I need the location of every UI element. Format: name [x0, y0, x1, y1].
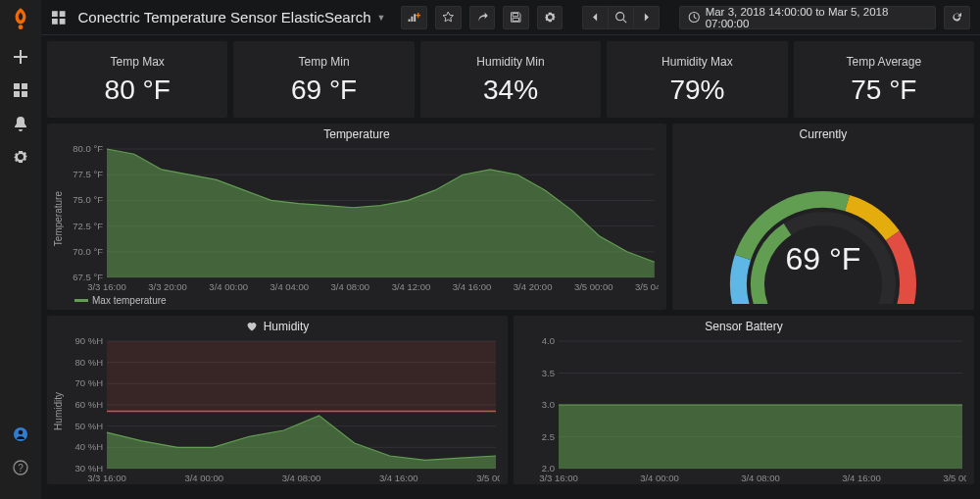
panel-title: Currently [800, 124, 848, 143]
svg-rect-2 [22, 83, 27, 89]
svg-text:3/3 16:00: 3/3 16:00 [87, 281, 126, 292]
svg-text:70.0 °F: 70.0 °F [73, 246, 103, 257]
side-nav: ? [0, 0, 41, 499]
svg-rect-11 [52, 18, 58, 24]
stat-humidity-min[interactable]: Humidity Min 34% [420, 41, 601, 118]
svg-text:3/4 16:00: 3/4 16:00 [842, 473, 881, 483]
svg-text:3/4 00:00: 3/4 00:00 [184, 473, 223, 483]
share-button[interactable] [469, 6, 496, 29]
svg-text:3/4 04:00: 3/4 04:00 [270, 281, 309, 292]
svg-rect-3 [14, 91, 20, 97]
svg-text:3/4 12:00: 3/4 12:00 [392, 281, 431, 292]
svg-rect-4 [22, 91, 27, 97]
svg-text:60 %H: 60 %H [74, 399, 103, 410]
temperature-panel[interactable]: Temperature Temperature 80.0 °F77.5 °F75… [47, 124, 666, 310]
stat-value: 79% [669, 75, 724, 106]
stat-value: 75 °F [851, 75, 916, 106]
svg-text:3.0: 3.0 [542, 399, 555, 410]
stat-label: Temp Average [847, 55, 922, 69]
legend-swatch [74, 299, 88, 302]
svg-point-13 [616, 13, 624, 21]
svg-text:3/4 16:00: 3/4 16:00 [379, 473, 418, 483]
settings-button[interactable] [537, 6, 564, 29]
add-icon[interactable] [13, 49, 28, 65]
y-axis-label: Humidity [51, 392, 66, 430]
star-button[interactable] [435, 6, 462, 29]
stat-temp-average[interactable]: Temp Average 75 °F [794, 41, 974, 118]
time-forward-button[interactable] [633, 6, 660, 29]
svg-point-0 [19, 25, 24, 29]
stat-value: 69 °F [291, 75, 357, 106]
panel-title: Humidity [47, 316, 508, 335]
chart-legend: Max temperature [47, 293, 666, 310]
temperature-chart: 80.0 °F77.5 °F75.0 °F72.5 °F70.0 °F67.5 … [66, 145, 659, 293]
svg-text:3/4 00:00: 3/4 00:00 [209, 281, 248, 292]
humidity-panel[interactable]: Humidity Humidity 90 %H80 %H70 %H60 %H50… [47, 316, 508, 484]
zoom-out-button[interactable] [608, 6, 633, 29]
panel-title: Temperature [47, 124, 666, 143]
svg-text:90 %H: 90 %H [74, 337, 103, 346]
svg-rect-10 [60, 11, 66, 17]
stat-temp-max[interactable]: Temp Max 80 °F [47, 41, 227, 118]
svg-text:72.5 °F: 72.5 °F [73, 221, 103, 231]
svg-text:80 %H: 80 %H [74, 357, 103, 368]
svg-text:3/4 00:00: 3/4 00:00 [640, 473, 679, 483]
svg-text:3/5 00:00: 3/5 00:00 [943, 473, 966, 483]
svg-text:77.5 °F: 77.5 °F [73, 169, 103, 179]
svg-text:3.5: 3.5 [542, 368, 555, 378]
svg-text:3/4 08:00: 3/4 08:00 [741, 473, 780, 483]
stat-temp-min[interactable]: Temp Min 69 °F [233, 41, 414, 118]
svg-text:3/3 16:00: 3/3 16:00 [87, 473, 126, 483]
dashboards-icon[interactable] [13, 82, 28, 98]
dashboards-icon[interactable] [51, 10, 66, 25]
battery-chart: 4.03.53.02.52.03/3 16:003/4 00:003/4 08:… [517, 337, 966, 484]
svg-point-6 [19, 430, 24, 435]
svg-text:3/3 16:00: 3/3 16:00 [539, 473, 578, 483]
stat-label: Temp Max [111, 55, 165, 69]
time-nav-group [582, 6, 660, 29]
time-range-button[interactable]: Mar 3, 2018 14:00:00 to Mar 5, 2018 07:0… [679, 6, 936, 29]
svg-rect-1 [14, 83, 20, 89]
stat-label: Humidity Min [476, 55, 544, 69]
help-icon[interactable]: ? [13, 460, 28, 475]
time-back-button[interactable] [582, 6, 608, 29]
svg-text:3/5 00:00: 3/5 00:00 [574, 281, 613, 292]
svg-rect-9 [52, 11, 58, 17]
save-button[interactable] [503, 6, 529, 29]
svg-text:50 %H: 50 %H [74, 421, 103, 431]
add-panel-button[interactable] [401, 6, 427, 29]
top-bar: Conectric Temperature Sensor ElasticSear… [41, 0, 980, 35]
y-axis-label: Temperature [51, 191, 66, 246]
svg-text:40 %H: 40 %H [74, 441, 103, 452]
svg-text:3/4 08:00: 3/4 08:00 [331, 281, 370, 292]
svg-text:3/4 20:00: 3/4 20:00 [514, 281, 553, 292]
dashboard-title-text: Conectric Temperature Sensor ElasticSear… [77, 9, 370, 25]
heart-icon [246, 321, 258, 332]
grafana-logo[interactable] [8, 6, 33, 31]
svg-text:75.0 °F: 75.0 °F [73, 194, 103, 205]
svg-rect-56 [107, 341, 496, 412]
refresh-button[interactable] [944, 6, 970, 29]
user-icon[interactable] [13, 426, 28, 442]
svg-text:4.0: 4.0 [542, 337, 555, 346]
svg-text:?: ? [18, 463, 24, 474]
chevron-down-icon: ▼ [377, 13, 386, 23]
stat-label: Humidity Max [662, 55, 733, 69]
svg-text:3/4 08:00: 3/4 08:00 [282, 473, 321, 483]
svg-text:3/5 04:00: 3/5 04:00 [635, 281, 659, 292]
stat-humidity-max[interactable]: Humidity Max 79% [607, 41, 787, 118]
dashboard-title[interactable]: Conectric Temperature Sensor ElasticSear… [77, 9, 385, 25]
svg-rect-12 [60, 18, 66, 24]
svg-text:3/4 16:00: 3/4 16:00 [453, 281, 492, 292]
svg-text:3/5 00:00: 3/5 00:00 [476, 473, 500, 483]
settings-gear-icon[interactable] [13, 149, 28, 165]
stat-value: 34% [483, 75, 538, 106]
battery-panel[interactable]: Sensor Battery 4.03.53.02.52.03/3 16:003… [514, 316, 974, 484]
gauge-chart [696, 147, 951, 304]
svg-text:2.5: 2.5 [542, 431, 555, 442]
panel-title: Sensor Battery [514, 316, 974, 335]
currently-gauge-panel[interactable]: Currently 69 °F [672, 124, 974, 310]
svg-text:80.0 °F: 80.0 °F [73, 145, 103, 154]
alert-icon[interactable] [13, 116, 28, 131]
time-range-text: Mar 3, 2018 14:00:00 to Mar 5, 2018 07:0… [706, 6, 928, 29]
